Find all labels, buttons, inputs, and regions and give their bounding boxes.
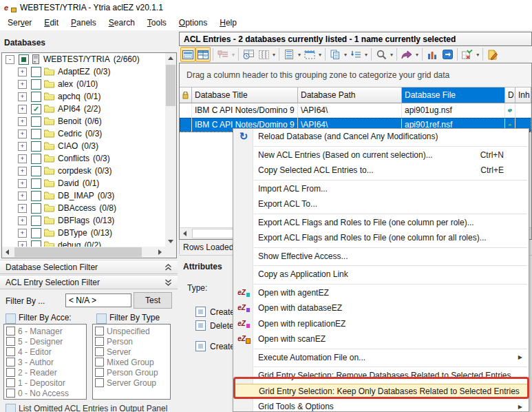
column-header-d[interactable]: D..	[505, 87, 515, 103]
menu-item[interactable]: Grid Entry Selection: Keep Only Database…	[233, 384, 529, 400]
tree-item[interactable]: + API64 (2/2)	[2, 103, 165, 115]
scroll-left-icon[interactable]	[183, 231, 187, 236]
access-level-listbox[interactable]: 6 - Manager 5 - Designer 4 - Editor 3 - …	[3, 324, 87, 400]
scroll-down-icon[interactable]	[168, 240, 173, 243]
acl-entry-selection-filter-bar[interactable]: ACL Entry Selection Filter	[0, 275, 178, 289]
checkbox[interactable]	[6, 358, 15, 367]
menu-item[interactable]: Show Effective Access... ▶	[233, 249, 529, 265]
access-option[interactable]: 2 - Reader	[4, 367, 86, 378]
expand-icon[interactable]: +	[18, 216, 27, 225]
tree-vertical-scrollbar[interactable]	[165, 53, 176, 247]
checkbox[interactable]	[95, 327, 104, 336]
tree-item[interactable]: + Cedric (0/3)	[2, 127, 165, 140]
tree-item[interactable]: + DB_IMAP (0/3)	[2, 189, 165, 202]
tree-checkbox[interactable]	[19, 54, 29, 65]
menubar-item[interactable]: Tools	[141, 16, 173, 30]
scrollbar-thumb[interactable]	[14, 247, 142, 257]
scroll-right-icon[interactable]	[158, 249, 162, 255]
checkbox[interactable]	[95, 378, 104, 387]
expand-icon[interactable]: +	[18, 179, 27, 188]
grouping-button[interactable]	[215, 47, 231, 62]
tree-item[interactable]: + DBAccess (0/8)	[2, 202, 165, 214]
check-uncheck-button[interactable]	[460, 47, 475, 62]
rows-dropdown-icon[interactable]: ▾	[297, 52, 302, 58]
menubar-item[interactable]: Panels	[65, 16, 103, 30]
search-button[interactable]	[374, 47, 389, 62]
expand-icon[interactable]: +	[18, 204, 27, 213]
edit-document-button[interactable]	[485, 47, 500, 62]
selection-dropdown-icon[interactable]: ▾	[317, 52, 323, 58]
tree-checkbox[interactable]	[31, 154, 41, 164]
expand-icon[interactable]: +	[18, 229, 27, 238]
export-dropdown-icon[interactable]: ▾	[414, 52, 420, 58]
expand-icon[interactable]: +	[18, 142, 27, 151]
filter-by-access-checkbox[interactable]	[6, 313, 16, 324]
tree-item[interactable]: + debug (0/2)	[2, 239, 165, 247]
tree-item[interactable]: + CIAO (0/3)	[2, 140, 165, 152]
scroll-left-icon[interactable]	[6, 249, 9, 255]
goto-dropdown-icon[interactable]: ▾	[363, 52, 369, 58]
checkbox[interactable]	[95, 347, 104, 356]
grouping-dropdown-icon[interactable]: ▾	[231, 52, 236, 58]
tree-checkbox[interactable]	[31, 116, 41, 127]
lock-column-header[interactable]	[180, 87, 192, 103]
tree-checkbox[interactable]	[31, 203, 41, 214]
tree-checkbox[interactable]	[31, 92, 41, 102]
column-header-database-file[interactable]: Database File	[402, 87, 505, 103]
menubar-item[interactable]: Options	[173, 16, 213, 30]
columns-dropdown-icon[interactable]: ▾	[271, 52, 277, 58]
collapse-icon[interactable]: -	[6, 55, 14, 64]
create-documents-checkbox[interactable]	[195, 307, 206, 317]
tree-checkbox[interactable]	[31, 240, 41, 247]
tree-checkbox[interactable]	[31, 228, 41, 238]
tree-item[interactable]: + apchq (0/1)	[2, 90, 165, 103]
type-option[interactable]: Unspecified	[93, 326, 170, 336]
expand-icon[interactable]: +	[18, 167, 27, 176]
expand-icon[interactable]: +	[18, 80, 27, 89]
tree-checkbox[interactable]	[31, 141, 41, 152]
sync-button[interactable]	[440, 47, 455, 62]
goto-row-button[interactable]	[348, 47, 363, 62]
export-button[interactable]	[399, 47, 414, 62]
scrollbar-thumb[interactable]	[166, 65, 175, 106]
access-option[interactable]: 0 - No Access	[4, 388, 86, 398]
defer-refresh-button[interactable]	[241, 47, 256, 62]
expand-icon[interactable]: +	[18, 241, 27, 247]
chart-button[interactable]	[425, 47, 440, 62]
tree-item[interactable]: + DBType (0/13)	[2, 227, 165, 239]
table-row[interactable]: IBM C API Notes/Domino 9 \API64\ api901u…	[180, 103, 531, 118]
checkbox[interactable]	[95, 337, 104, 346]
menu-item[interactable]: Export ACL Flags and Roles to File (one …	[233, 230, 529, 246]
access-option[interactable]: 4 - Editor	[4, 347, 86, 357]
expand-chevron-down-icon[interactable]	[164, 279, 172, 286]
menu-item[interactable]: Open with agentEZ ▶	[233, 285, 529, 301]
column-header-inherit[interactable]: Inh	[515, 87, 531, 103]
tree-item[interactable]: + Benoit (0/6)	[2, 115, 165, 127]
flat-view-button[interactable]	[180, 47, 195, 62]
checkbox[interactable]	[6, 327, 15, 336]
menu-item[interactable]: Import ACL From... ▶	[233, 181, 529, 197]
grouping-zone[interactable]: Drag a column header to this grouping zo…	[180, 63, 531, 87]
filter-value-input[interactable]	[65, 293, 131, 307]
tree-checkbox[interactable]	[31, 216, 41, 226]
column-header-database-title[interactable]: Database Title	[192, 87, 298, 103]
tree-checkbox[interactable]	[31, 166, 41, 176]
tree-item[interactable]: + Conflicts (0/3)	[2, 152, 165, 165]
tree-checkbox[interactable]	[31, 104, 41, 114]
column-header-database-path[interactable]: Database Path	[298, 87, 402, 103]
tree-item[interactable]: + David (0/1)	[2, 177, 165, 189]
columns-button[interactable]	[256, 47, 271, 62]
tree-checkbox[interactable]	[31, 79, 41, 90]
checkbox[interactable]	[6, 389, 15, 398]
database-selection-filter-bar[interactable]: Database Selection Filter	[0, 260, 178, 274]
menu-item[interactable]: Open with scanEZ ▶	[233, 331, 529, 347]
selection-button[interactable]	[302, 47, 317, 62]
access-option[interactable]: 1 - Depositor	[4, 378, 86, 388]
menubar-item[interactable]: Search	[103, 16, 141, 30]
delete-documents-checkbox[interactable]	[195, 320, 206, 331]
menu-item[interactable]: Open with replicationEZ ▶	[233, 316, 529, 332]
menubar-item[interactable]: Edit	[38, 16, 65, 30]
grid-view-button[interactable]	[195, 47, 211, 62]
checkbox[interactable]	[95, 368, 104, 377]
menu-item[interactable]: New ACL Entries (Based on current select…	[233, 147, 529, 163]
